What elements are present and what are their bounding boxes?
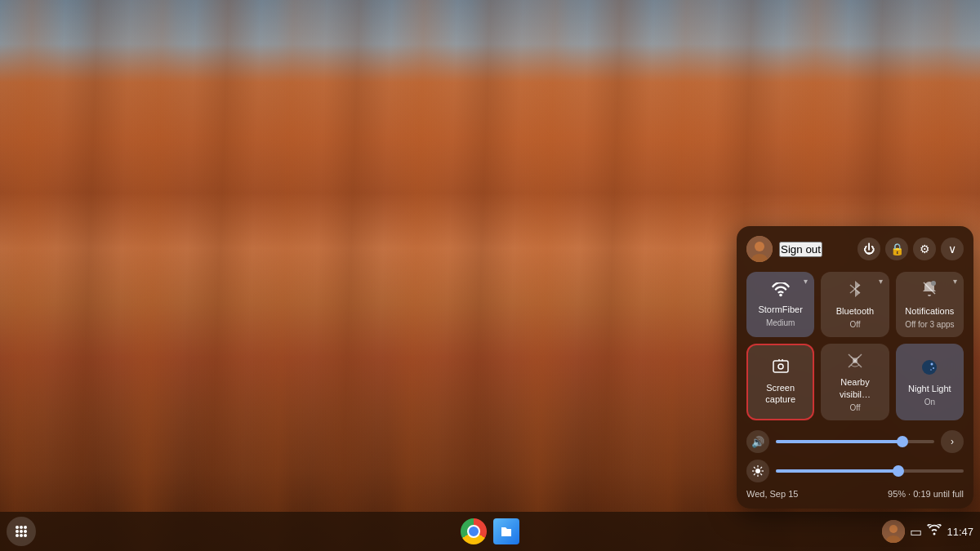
qs-battery-status: 95% · 0:19 until full — [888, 489, 964, 499]
svg-point-18 — [931, 281, 936, 286]
svg-point-33 — [755, 469, 760, 473]
clock[interactable]: 11:47 — [947, 526, 973, 538]
quick-settings-panel: Sign out ⏻ 🔒 ⚙ ∨ ▾ StormFiber Medium — [737, 226, 973, 509]
notifications-arrow-icon: ▾ — [953, 277, 957, 286]
notifications-icon — [921, 280, 938, 302]
svg-line-39 — [760, 473, 762, 475]
wifi-icon — [772, 282, 790, 300]
lock-button[interactable]: 🔒 — [885, 238, 908, 260]
brightness-icon[interactable] — [746, 460, 769, 482]
svg-point-15 — [779, 293, 782, 296]
wifi-status-icon — [927, 524, 942, 539]
svg-point-2 — [24, 526, 27, 529]
tablet-icon: ▭ — [910, 524, 922, 540]
nearby-visibility-label: Nearby visibil… — [827, 376, 882, 400]
night-light-icon — [920, 358, 938, 380]
wifi-label: StormFiber — [758, 304, 802, 315]
collapse-button[interactable]: ∨ — [941, 238, 964, 260]
svg-point-21 — [778, 364, 783, 369]
volume-icon[interactable]: 🔊 — [746, 430, 769, 453]
qs-user-avatar — [746, 236, 773, 262]
night-light-toggle[interactable]: Night Light On — [896, 344, 964, 420]
svg-point-30 — [931, 362, 933, 365]
qs-sliders: 🔊 › — [746, 430, 964, 482]
svg-point-4 — [20, 530, 23, 533]
settings-button[interactable]: ⚙ — [913, 238, 936, 260]
wifi-arrow-icon: ▾ — [804, 277, 808, 286]
notifications-label: Notifications — [905, 305, 954, 317]
taskbar: ▭ 11:47 — [0, 512, 980, 551]
nearby-visibility-sublabel: Off — [849, 403, 860, 412]
sign-out-button[interactable]: Sign out — [779, 242, 822, 257]
screen-capture-label: Screen capture — [755, 382, 806, 406]
qs-date: Wed, Sep 15 — [746, 489, 798, 499]
volume-slider-row: 🔊 › — [746, 430, 964, 453]
svg-line-41 — [754, 473, 755, 475]
files-app-icon[interactable] — [492, 517, 521, 546]
qs-header: Sign out ⏻ 🔒 ⚙ ∨ — [746, 236, 964, 262]
qs-footer: Wed, Sep 15 95% · 0:19 until full — [746, 489, 964, 499]
taskbar-center-apps — [459, 517, 521, 546]
svg-point-0 — [16, 526, 19, 529]
launcher-button[interactable] — [7, 517, 36, 546]
qs-toggle-grid: ▾ StormFiber Medium ▾ — [746, 272, 964, 420]
svg-point-13 — [755, 242, 764, 251]
brightness-slider-row — [746, 460, 964, 482]
chrome-app-icon[interactable] — [459, 517, 488, 546]
svg-line-38 — [754, 467, 755, 469]
svg-point-6 — [16, 534, 19, 537]
svg-point-31 — [933, 367, 934, 369]
bluetooth-arrow-icon: ▾ — [879, 277, 883, 286]
wifi-sublabel: Medium — [766, 318, 795, 327]
night-light-label: Night Light — [908, 383, 951, 394]
bluetooth-toggle[interactable]: ▾ Bluetooth Off — [821, 272, 889, 337]
nearby-visibility-icon — [846, 352, 864, 373]
svg-point-5 — [24, 530, 27, 533]
svg-point-10 — [889, 525, 898, 533]
bluetooth-label: Bluetooth — [836, 305, 874, 317]
svg-point-8 — [24, 534, 27, 537]
wifi-toggle[interactable]: ▾ StormFiber Medium — [746, 272, 814, 337]
taskbar-status-area[interactable]: ▭ 11:47 — [882, 520, 973, 543]
nearby-visibility-toggle[interactable]: Nearby visibil… Off — [821, 344, 889, 420]
svg-point-7 — [20, 534, 23, 537]
taskbar-avatar — [882, 520, 905, 543]
svg-point-1 — [20, 526, 23, 529]
notifications-sublabel: Off for 3 apps — [905, 320, 954, 329]
screen-capture-icon — [772, 359, 790, 379]
bluetooth-icon — [849, 280, 862, 302]
brightness-slider[interactable] — [776, 469, 964, 473]
qs-header-icons: ⏻ 🔒 ⚙ ∨ — [858, 238, 964, 260]
volume-slider[interactable] — [776, 440, 934, 443]
bluetooth-sublabel: Off — [849, 320, 860, 329]
screen-capture-toggle[interactable]: Screen capture — [746, 344, 814, 420]
svg-point-32 — [931, 369, 933, 371]
night-light-sublabel: On — [924, 398, 935, 407]
power-button[interactable]: ⏻ — [858, 238, 880, 260]
notifications-toggle[interactable]: ▾ Notifications Off for 3 apps — [896, 272, 964, 337]
svg-point-3 — [16, 530, 19, 533]
svg-point-29 — [922, 360, 937, 375]
taskbar-left — [7, 517, 36, 546]
volume-expand-button[interactable]: › — [941, 430, 964, 453]
svg-rect-20 — [773, 361, 788, 372]
svg-line-40 — [760, 467, 762, 469]
